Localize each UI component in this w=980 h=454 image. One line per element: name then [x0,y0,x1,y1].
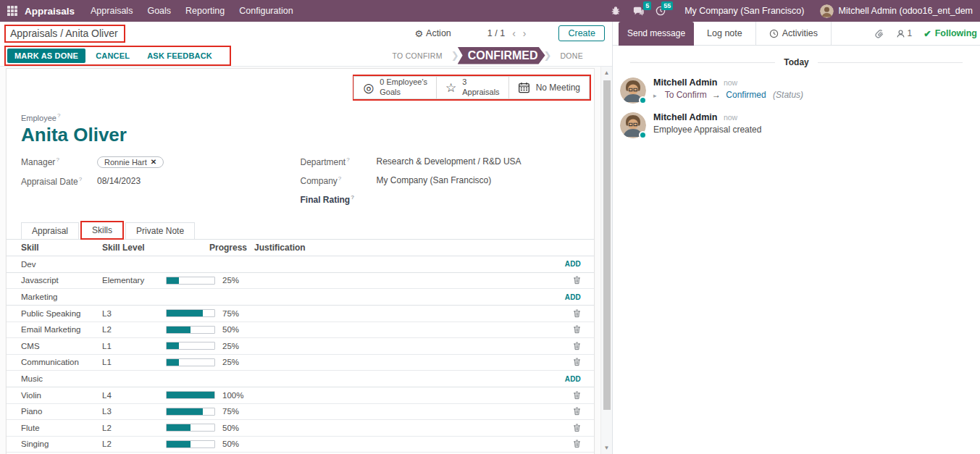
delete-row-icon[interactable] [573,407,581,416]
top-menu-item-reporting[interactable]: Reporting [185,6,225,16]
tracking-new-value: Confirmed [726,90,766,100]
activities-clock-icon[interactable]: 55 [656,6,666,16]
skill-level: L3 [102,309,166,318]
skill-name: Public Speaking [21,309,102,318]
appraisals-label: Appraisals [462,88,499,98]
messages-icon[interactable]: 5 [632,6,644,16]
activities-label: Activities [782,28,818,38]
ask-feedback-button[interactable]: ASK FEEDBACK [140,49,219,63]
employee-name[interactable]: Anita Oliver [21,124,579,146]
manager-tag-label: Ronnie Hart [104,158,147,167]
progress-percent: 75% [222,407,264,416]
message-avatar[interactable] [620,77,646,104]
progress-bar [166,424,215,432]
manager-tag[interactable]: Ronnie Hart ✕ [97,156,164,168]
skill-row[interactable]: SingingL250% [7,437,594,453]
chatter-toolbar: Send message Log note Activities 1 ✔ Fol… [613,22,980,46]
create-button[interactable]: Create [558,25,605,41]
following-label: Following [935,28,977,38]
appraisals-stat-button[interactable]: ☆ 3 Appraisals [436,76,509,99]
skill-row[interactable]: Public SpeakingL375% [7,306,594,322]
action-menu[interactable]: ⚙ Action [414,28,451,39]
delete-row-icon[interactable] [573,391,581,400]
scrollbar-thumb[interactable] [603,80,611,410]
status-confirmed[interactable]: CONFIRMED [458,47,545,64]
tab-skills[interactable]: Skills [80,221,124,240]
department-value[interactable]: Research & Development / R&D USA [377,156,522,167]
apps-grid-icon[interactable] [7,6,17,16]
skill-row[interactable]: JavascriptElementary25% [7,273,594,290]
section-name: Dev [21,260,166,269]
tab-private-note[interactable]: Private Note [125,222,195,240]
followers-button[interactable]: 1 [896,28,913,38]
action-buttons-annotation: MARK AS DONE CANCEL ASK FEEDBACK [4,46,231,66]
tracking-old-value: To Confirm [665,90,707,100]
attachments-button[interactable] [874,28,884,39]
add-skill-button[interactable]: ADD [548,375,581,383]
vertical-scrollbar[interactable]: ▲ ▼ [600,67,612,454]
company-switcher[interactable]: My Company (San Francisco) [684,6,804,16]
notebook-tabs: Appraisal Skills Private Note [7,220,594,240]
delete-row-icon[interactable] [573,358,581,366]
skill-row[interactable]: CMSL125% [7,338,594,355]
message-avatar[interactable] [620,112,646,138]
skill-level: L4 [102,391,166,400]
delete-row-icon[interactable] [573,440,581,448]
message-author[interactable]: Mitchell Admin [653,77,717,88]
pager-previous-icon[interactable]: ‹ [512,28,516,39]
tab-appraisal[interactable]: Appraisal [21,222,79,240]
skill-level: L2 [102,325,166,334]
appraisal-date-value[interactable]: 08/14/2023 [97,176,141,186]
skill-level: L2 [102,440,166,448]
following-button[interactable]: ✔ Following [924,28,977,39]
skill-name: Communication [21,358,102,366]
user-avatar [820,4,834,18]
delete-row-icon[interactable] [573,342,581,350]
pager-next-icon[interactable]: › [523,28,527,39]
user-menu[interactable]: Mitchell Admin (odoo16_ent_dem [820,4,973,18]
log-note-button[interactable]: Log note [694,22,755,46]
mark-as-done-button[interactable]: MARK AS DONE [7,49,85,63]
skills-table: Skill Skill Level Progress Justification… [7,240,594,454]
skill-row[interactable]: FluteL250% [7,420,594,437]
breadcrumb[interactable]: Appraisals / Anita Oliver [10,28,118,39]
delete-row-icon[interactable] [573,276,581,285]
top-menu-item-appraisals[interactable]: Appraisals [91,6,133,16]
message-author[interactable]: Mitchell Admin [653,112,717,122]
top-menu-item-configuration[interactable]: Configuration [239,6,293,16]
status-to-confirm[interactable]: TO CONFIRM [383,51,451,60]
progress-bar [166,342,215,350]
debug-bug-icon[interactable] [611,6,621,16]
skill-row[interactable]: PianoL375% [7,404,594,421]
top-menu-item-goals[interactable]: Goals [147,6,171,16]
scroll-down-icon[interactable]: ▼ [604,442,610,454]
remove-tag-icon[interactable]: ✕ [151,158,156,166]
delete-row-icon[interactable] [573,309,581,318]
scroll-up-icon[interactable]: ▲ [604,67,610,79]
skill-name: Email Marketing [21,325,102,334]
skill-name: Violin [21,391,102,400]
send-message-button[interactable]: Send message [619,22,694,46]
skill-row[interactable]: CommunicationL125% [7,355,594,371]
cancel-button[interactable]: CANCEL [88,49,137,63]
app-name[interactable]: Appraisals [25,6,75,17]
skill-row[interactable]: ViolinL4100% [7,387,594,404]
delete-row-icon[interactable] [573,325,581,334]
paperclip-icon [874,28,884,39]
progress-percent: 50% [222,424,264,432]
employee-goals-stat-button[interactable]: ◎ 0 Employee's Goals [353,76,437,99]
meeting-stat-button[interactable]: No Meeting [508,76,590,99]
skill-row[interactable]: Email MarketingL250% [7,322,594,339]
status-done[interactable]: DONE [551,51,592,60]
delete-row-icon[interactable] [573,424,581,432]
progress-bar-fill [167,327,190,333]
form-sheet: ◎ 0 Employee's Goals ☆ 3 Appraisals [6,68,595,454]
progress-bar-fill [167,441,190,447]
appraisals-count: 3 [462,77,499,88]
activities-button[interactable]: Activities [755,22,832,46]
add-skill-button[interactable]: ADD [548,260,581,268]
add-skill-button[interactable]: ADD [548,293,581,301]
skill-level: L2 [102,424,166,432]
company-value[interactable]: My Company (San Francisco) [377,175,492,185]
progress-percent: 50% [222,440,264,448]
